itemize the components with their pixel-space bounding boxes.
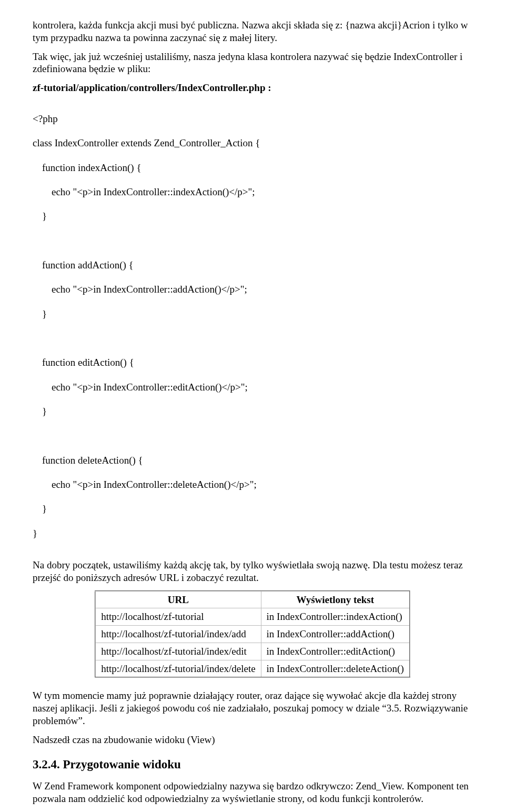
table-cell-result: in IndexController::editAction(): [261, 643, 410, 660]
code-line: echo "<p>in IndexController::indexAction…: [33, 186, 472, 198]
table-header-result: Wyświetlony tekst: [261, 591, 410, 608]
url-result-table: URL Wyświetlony tekst http://localhost/z…: [95, 590, 410, 678]
code-line: }: [33, 527, 472, 539]
table-row: http://localhost/zf-tutorial/index/edit …: [95, 643, 410, 660]
table-row: http://localhost/zf-tutorial/index/delet…: [95, 660, 410, 677]
code-block: <?php class IndexController extends Zend…: [33, 101, 472, 552]
code-line: echo "<p>in IndexController::editAction(…: [33, 381, 472, 393]
code-line: }: [33, 210, 472, 222]
code-line: function addAction() {: [33, 259, 472, 271]
table-cell-url: http://localhost/zf-tutorial/index/add: [95, 626, 261, 643]
table-cell-result: in IndexController::deleteAction(): [261, 660, 410, 677]
code-line: <?php: [33, 113, 472, 125]
code-line: echo "<p>in IndexController::addAction()…: [33, 283, 472, 295]
table-row: http://localhost/zf-tutorial in IndexCon…: [95, 608, 410, 626]
code-line: class IndexController extends Zend_Contr…: [33, 137, 472, 149]
section-heading: 3.2.4. Przygotowanie widoku: [33, 757, 472, 773]
file-path-label: zf-tutorial/application/controllers/Inde…: [33, 82, 472, 94]
paragraph-intro-1: kontrolera, każda funkcja akcji musi być…: [33, 19, 472, 44]
code-line: }: [33, 405, 472, 417]
code-line: function deleteAction() {: [33, 454, 472, 466]
code-line: }: [33, 503, 472, 515]
table-row: http://localhost/zf-tutorial/index/add i…: [95, 626, 410, 643]
code-line: function editAction() {: [33, 356, 472, 368]
table-cell-result: in IndexController::addAction(): [261, 626, 410, 643]
table-header-url: URL: [95, 591, 261, 608]
paragraph-intro-2: Tak więc, jak już wcześniej ustaliliśmy,…: [33, 51, 472, 76]
code-line: function indexAction() {: [33, 162, 472, 174]
table-cell-url: http://localhost/zf-tutorial/index/edit: [95, 643, 261, 660]
table-cell-url: http://localhost/zf-tutorial/index/delet…: [95, 660, 261, 677]
table-cell-result: in IndexController::indexAction(): [261, 608, 410, 626]
paragraph-after-code: Na dobry początek, ustawiliśmy każdą akc…: [33, 559, 472, 584]
code-line: echo "<p>in IndexController::deleteActio…: [33, 478, 472, 490]
paragraph-view-intro: Nadszedł czas na zbudowanie widoku (View…: [33, 734, 472, 746]
table-cell-url: http://localhost/zf-tutorial: [95, 608, 261, 626]
paragraph-zend-view: W Zend Framework komponent odpowiedzialn…: [33, 780, 472, 805]
paragraph-router: W tym momencie mamy już poprawnie działa…: [33, 689, 472, 727]
code-line: }: [33, 308, 472, 320]
